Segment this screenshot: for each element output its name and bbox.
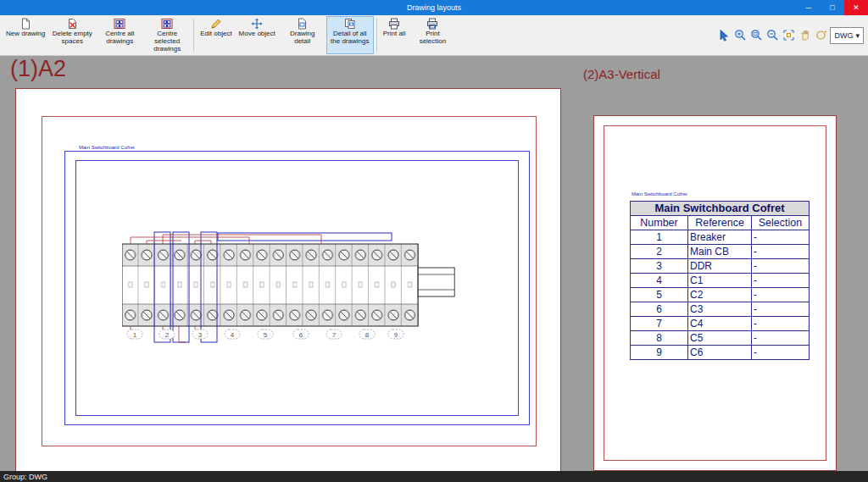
toolbar-separator — [376, 19, 377, 52]
edit-object-button[interactable]: Edit object — [197, 16, 235, 54]
zoom-in-icon[interactable] — [733, 28, 748, 42]
cell-reference: C5 — [688, 331, 752, 346]
pencil-icon — [210, 18, 222, 30]
close-button[interactable]: ✕ — [844, 0, 868, 15]
cell-selection: - — [752, 245, 810, 259]
module-tag: 1 — [127, 330, 142, 339]
table-title: Main Switchboard Cofret — [631, 202, 810, 216]
cell-number: 9 — [631, 346, 688, 360]
zoom-window-icon[interactable] — [749, 28, 764, 42]
move-object-label: Move object — [239, 30, 275, 38]
print-all-button[interactable]: Print all — [380, 16, 409, 54]
table-row: 6 C3 - — [631, 302, 810, 317]
table-row: 2 Main CB - — [631, 245, 810, 259]
toolbar: New drawing Delete empty spaces Centre a… — [0, 15, 868, 56]
centre-all-icon — [114, 18, 125, 30]
module-tag-label: 1 — [133, 331, 137, 339]
delete-empty-spaces-label: Delete empty spaces — [52, 30, 92, 46]
cell-reference: C1 — [688, 274, 752, 288]
cell-number: 3 — [631, 259, 688, 274]
cell-number: 2 — [631, 245, 688, 259]
zoom-out-icon[interactable] — [765, 28, 780, 42]
col-header-selection: Selection — [752, 216, 810, 230]
cell-number: 4 — [631, 274, 688, 288]
pointer-icon[interactable] — [717, 28, 732, 42]
drawing-title: Main Switchboard Cofret — [79, 145, 135, 150]
cell-number: 7 — [631, 317, 688, 331]
module-tag: 6 — [293, 330, 309, 339]
cell-selection: - — [752, 331, 810, 346]
module-tag: 3 — [192, 330, 208, 339]
sheet-a2[interactable]: Main Switchboard Cofret — [15, 88, 561, 471]
pan-icon[interactable] — [798, 28, 812, 42]
centre-all-drawings-button[interactable]: Centre all drawings — [96, 16, 143, 54]
module-tag: 7 — [326, 330, 342, 339]
cell-selection: - — [752, 230, 810, 245]
module-tag-label: 8 — [365, 331, 370, 339]
detail-of-all-drawings-button[interactable]: Detail of all the drawings — [326, 16, 374, 54]
chevron-down-icon: ▾ — [855, 31, 860, 40]
move-arrows-icon — [251, 18, 263, 30]
window-title: Drawing layouts — [71, 3, 797, 12]
zoom-extents-icon[interactable] — [782, 28, 796, 42]
cell-selection: - — [752, 288, 810, 302]
group-indicator: Group: DWG — [3, 473, 47, 481]
cell-selection: - — [752, 274, 810, 288]
window-controls: ─ □ ✕ — [797, 0, 868, 15]
switchboard-drawing: 1 2 3 4 5 — [122, 231, 478, 346]
cell-selection: - — [752, 259, 810, 274]
sheet-a3[interactable]: Main Switchboard Cofret Main Switchboard… — [593, 115, 837, 471]
cell-reference: DDR — [688, 259, 752, 274]
module-tag: 2 — [159, 330, 175, 339]
orbit-icon[interactable] — [814, 28, 828, 42]
cell-reference: C4 — [688, 317, 752, 331]
minimize-button[interactable]: ─ — [797, 0, 821, 15]
module-tag-label: 2 — [165, 331, 170, 339]
module-tags: 1 2 3 4 5 — [127, 330, 403, 339]
toolbar-separator — [193, 19, 194, 52]
table-header-row: Number Reference Selection — [631, 216, 810, 230]
centre-selected-icon — [161, 18, 173, 30]
maximize-button[interactable]: □ — [821, 0, 844, 15]
app-window: Drawing layouts ─ □ ✕ New drawing Delete… — [0, 0, 868, 482]
cell-number: 8 — [631, 331, 688, 346]
statusbar: Group: DWG — [0, 471, 868, 482]
delete-empty-spaces-button[interactable]: Delete empty spaces — [48, 16, 96, 54]
detail-of-all-drawings-label: Detail of all the drawings — [330, 30, 370, 46]
new-drawing-button[interactable]: New drawing — [3, 16, 48, 54]
col-header-reference: Reference — [688, 216, 752, 230]
module-tag: 8 — [359, 330, 375, 339]
table-row: 9 C6 - — [631, 346, 810, 360]
print-selection-label: Print selection — [412, 30, 453, 46]
canvas[interactable]: (1)A2 (2)A3-Vertical Main Switchboard Co… — [0, 56, 868, 471]
module-tag: 9 — [388, 330, 403, 339]
new-drawing-icon — [20, 18, 31, 30]
table-row: 5 C2 - — [631, 288, 810, 302]
module-tag-label: 3 — [198, 331, 203, 339]
table-row: 8 C5 - — [631, 331, 810, 346]
sheet2-label: (2)A3-Vertical — [583, 67, 660, 81]
cell-reference: C6 — [688, 346, 752, 360]
move-object-button[interactable]: Move object — [236, 16, 279, 54]
centre-selected-drawings-button[interactable]: Centre selected drawings — [143, 16, 191, 54]
table-row: 1 Breaker - — [631, 230, 810, 245]
printer-selection-icon — [426, 18, 438, 30]
table-row: 4 C1 - — [631, 274, 810, 288]
centre-selected-drawings-label: Centre selected drawings — [147, 30, 187, 53]
format-select[interactable]: DWG ▾ — [830, 27, 864, 44]
table-row: 7 C4 - — [631, 317, 810, 331]
module-tag-label: 9 — [394, 331, 398, 339]
cell-reference: C3 — [688, 302, 752, 317]
drawing-detail-button[interactable]: Drawing detail — [279, 16, 326, 54]
new-drawing-label: New drawing — [6, 30, 45, 38]
module-tag-label: 5 — [264, 331, 268, 339]
titlebar: Drawing layouts ─ □ ✕ — [0, 0, 868, 15]
print-selection-button[interactable]: Print selection — [409, 16, 456, 54]
table-title-row: Main Switchboard Cofret — [631, 202, 810, 216]
sheet1-label: (1)A2 — [10, 56, 66, 82]
cell-number: 5 — [631, 288, 688, 302]
cell-reference: C2 — [688, 288, 752, 302]
module-tag: 5 — [258, 330, 273, 339]
cell-reference: Breaker — [688, 230, 752, 245]
cofret-table: Main Switchboard Cofret Number Reference… — [630, 201, 810, 360]
